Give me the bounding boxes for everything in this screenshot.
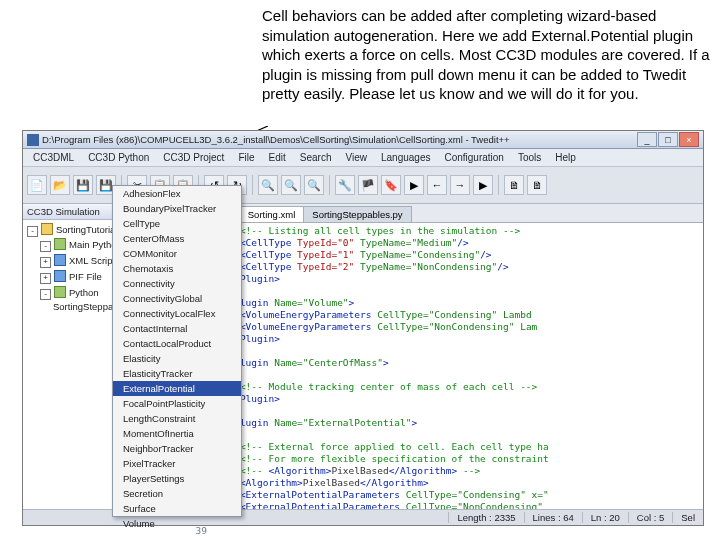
forward-icon[interactable]: →	[450, 175, 470, 195]
window-title: D:\Program Files (x86)\COMPUCELL3D_3.6.2…	[42, 134, 637, 145]
editor-tabs: Sorting.py Sorting.xml SortingSteppables…	[179, 204, 703, 223]
status-col: Col : 5	[628, 512, 672, 523]
binoculars-icon[interactable]: 🔍	[304, 175, 324, 195]
menu-cc3d-project[interactable]: CC3D Project	[156, 152, 231, 163]
script-icon	[54, 238, 66, 250]
menu-help[interactable]: Help	[548, 152, 583, 163]
find-icon[interactable]: 🔍	[258, 175, 278, 195]
dropdown-item[interactable]: ExternalPotential	[113, 381, 241, 396]
dropdown-item[interactable]: AdhesionFlex	[113, 186, 241, 201]
dropdown-item[interactable]: CellType	[113, 216, 241, 231]
dropdown-item[interactable]: Chemotaxis	[113, 261, 241, 276]
close-button[interactable]: ×	[679, 132, 699, 147]
dropdown-item[interactable]: Connectivity	[113, 276, 241, 291]
dropdown-item[interactable]: FocalPointPlasticity	[113, 396, 241, 411]
minimize-button[interactable]: _	[637, 132, 657, 147]
menu-view[interactable]: View	[338, 152, 374, 163]
menu-tools[interactable]: Tools	[511, 152, 548, 163]
back-icon[interactable]: ←	[427, 175, 447, 195]
find-next-icon[interactable]: 🔍	[281, 175, 301, 195]
run-icon[interactable]: ▶	[404, 175, 424, 195]
dropdown-item[interactable]: PixelTracker	[113, 456, 241, 471]
menu-cc3dml[interactable]: CC3DML	[26, 152, 81, 163]
new-file-icon[interactable]: 📄	[27, 175, 47, 195]
dropdown-item[interactable]: Secretion	[113, 486, 241, 501]
status-sel: Sel	[672, 512, 703, 523]
doc2-icon[interactable]: 🗎	[527, 175, 547, 195]
menu-file[interactable]: File	[231, 152, 261, 163]
plugin-dropdown[interactable]: AdhesionFlexBoundaryPixelTrackerCellType…	[112, 185, 242, 517]
dropdown-item[interactable]: LengthConstraint	[113, 411, 241, 426]
pif-icon	[54, 270, 66, 282]
dropdown-item[interactable]: Elasticity	[113, 351, 241, 366]
slide-caption: Cell behaviors can be added after comple…	[262, 6, 712, 104]
dropdown-item[interactable]: ConnectivityLocalFlex	[113, 306, 241, 321]
menu-languages[interactable]: Languages	[374, 152, 438, 163]
dropdown-item[interactable]: Surface	[113, 501, 241, 516]
open-file-icon[interactable]: 📂	[50, 175, 70, 195]
dropdown-item[interactable]: CenterOfMass	[113, 231, 241, 246]
tab-sorting-xml[interactable]: Sorting.xml	[239, 206, 305, 222]
status-length: Length : 2335	[448, 512, 523, 523]
maximize-button[interactable]: □	[658, 132, 678, 147]
doc-icon[interactable]: 🗎	[504, 175, 524, 195]
code-area[interactable]: <!-- Listing all cell types in the simul…	[211, 223, 703, 509]
dropdown-item[interactable]: COMMonitor	[113, 246, 241, 261]
dropdown-item[interactable]: ContactInternal	[113, 321, 241, 336]
expand-icon[interactable]: -	[27, 226, 38, 237]
dropdown-item[interactable]: ElasticityTracker	[113, 366, 241, 381]
menu-configuration[interactable]: Configuration	[437, 152, 510, 163]
project-icon	[41, 223, 53, 235]
dropdown-item[interactable]: MomentOfInertia	[113, 426, 241, 441]
tab-steppables[interactable]: SortingSteppables.py	[303, 206, 411, 222]
flag-icon[interactable]: 🏴	[358, 175, 378, 195]
dropdown-item[interactable]: NeighborTracker	[113, 441, 241, 456]
save-icon[interactable]: 💾	[73, 175, 93, 195]
dropdown-item[interactable]: Volume	[113, 516, 241, 531]
menu-bar: CC3DML CC3D Python CC3D Project File Edi…	[23, 149, 703, 167]
dropdown-item[interactable]: ConnectivityGlobal	[113, 291, 241, 306]
xml-icon	[54, 254, 66, 266]
dropdown-item[interactable]: BoundaryPixelTracker	[113, 201, 241, 216]
app-icon	[27, 134, 39, 146]
play-icon[interactable]: ▶	[473, 175, 493, 195]
dropdown-item[interactable]: ContactLocalProduct	[113, 336, 241, 351]
editor-pane: Sorting.py Sorting.xml SortingSteppables…	[179, 204, 703, 509]
menu-cc3d-python[interactable]: CC3D Python	[81, 152, 156, 163]
python-icon	[54, 286, 66, 298]
status-ln: Ln : 20	[582, 512, 628, 523]
code-editor[interactable]: 1415161718192021222324252627282930313233…	[179, 223, 703, 509]
dropdown-item[interactable]: PlayerSettings	[113, 471, 241, 486]
status-lines: Lines : 64	[524, 512, 582, 523]
settings-icon[interactable]: 🔧	[335, 175, 355, 195]
menu-search[interactable]: Search	[293, 152, 339, 163]
bookmark-icon[interactable]: 🔖	[381, 175, 401, 195]
menu-edit[interactable]: Edit	[262, 152, 293, 163]
titlebar: D:\Program Files (x86)\COMPUCELL3D_3.6.2…	[23, 131, 703, 149]
